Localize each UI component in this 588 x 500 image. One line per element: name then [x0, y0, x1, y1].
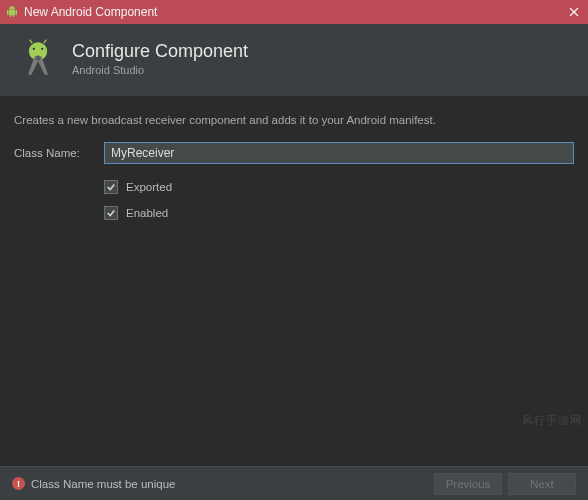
svg-point-3: [33, 48, 35, 50]
class-name-label: Class Name:: [14, 147, 104, 159]
svg-line-6: [44, 40, 47, 43]
form: Class Name:: [0, 142, 588, 164]
enabled-label: Enabled: [126, 207, 168, 219]
enabled-row: Enabled: [90, 200, 588, 226]
exported-row: Exported: [90, 174, 588, 200]
footer: ! Class Name must be unique Previous Nex…: [0, 466, 588, 500]
exported-label: Exported: [126, 181, 172, 193]
previous-button[interactable]: Previous: [434, 473, 502, 495]
validation-text: Class Name must be unique: [31, 478, 175, 490]
watermark-text: 风行手游网: [522, 413, 582, 428]
body: Creates a new broadcast receiver compone…: [0, 96, 588, 468]
class-name-row: Class Name:: [14, 142, 574, 164]
page-subtitle: Android Studio: [72, 64, 248, 76]
svg-line-5: [30, 40, 33, 43]
svg-point-7: [36, 56, 41, 61]
validation-message: ! Class Name must be unique: [12, 477, 175, 490]
android-icon: [6, 6, 18, 18]
titlebar: New Android Component: [0, 0, 588, 24]
window-title: New Android Component: [24, 5, 157, 19]
android-studio-logo-icon: [18, 38, 58, 78]
svg-point-4: [41, 48, 43, 50]
class-name-input[interactable]: [104, 142, 574, 164]
close-icon[interactable]: [566, 4, 582, 20]
page-title: Configure Component: [72, 41, 248, 62]
header: Configure Component Android Studio: [0, 24, 588, 96]
exported-checkbox[interactable]: [104, 180, 118, 194]
enabled-checkbox[interactable]: [104, 206, 118, 220]
description-text: Creates a new broadcast receiver compone…: [0, 96, 588, 142]
error-icon: !: [12, 477, 25, 490]
next-button[interactable]: Next: [508, 473, 576, 495]
